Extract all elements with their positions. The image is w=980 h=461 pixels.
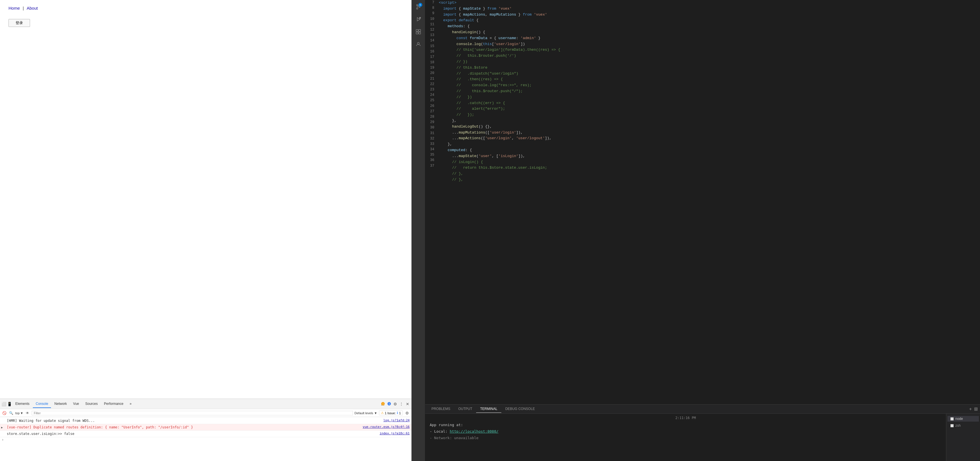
code-line-26: // });: [439, 112, 961, 118]
code-line-16: // this.$router.push('/'): [439, 53, 961, 59]
svg-point-1: [416, 8, 418, 10]
terminal-local-link[interactable]: http://localhost:8080/: [450, 429, 498, 434]
nav-separator: |: [23, 6, 25, 11]
line-num-23: 23: [427, 87, 434, 93]
terminal-network-text: - Network: unavailable: [430, 436, 478, 440]
tab-output[interactable]: OUTPUT: [454, 405, 476, 413]
info-icon: ℹ: [397, 411, 398, 415]
zsh-session-label: zsh: [955, 424, 961, 428]
tab-terminal[interactable]: TERMINAL: [476, 405, 501, 413]
terminal-content: 2:11:16 PM App running at: - Local: http…: [425, 414, 946, 461]
svg-point-3: [419, 17, 421, 19]
code-line-37: // },: [439, 177, 961, 183]
code-line-14: console.log(this['user/login']): [439, 41, 961, 47]
clear-console-icon[interactable]: 🚫: [2, 410, 7, 416]
tab-console[interactable]: Console: [33, 400, 51, 408]
svg-rect-7: [418, 32, 421, 34]
code-content-area[interactable]: 7 8 9 10 11 12 13 14 15 16 17 18 19 20: [425, 0, 980, 404]
terminal-area: PROBLEMS OUTPUT TERMINAL DEBUG CONSOLE +…: [425, 404, 980, 461]
add-terminal-icon[interactable]: +: [969, 406, 972, 412]
code-editor: 7 8 9 10 11 12 13 14 15 16 17 18 19 20: [425, 0, 980, 461]
line-num-24: 24: [427, 93, 434, 98]
code-line-11: methods: {: [439, 24, 961, 29]
code-line-24: // .catch((err) => {: [439, 100, 961, 106]
line-num-31: 31: [427, 131, 434, 136]
eye-icon[interactable]: 👁: [25, 410, 30, 416]
devtools-select-icon[interactable]: ⬜: [1, 402, 6, 407]
console-prompt[interactable]: ›: [0, 437, 411, 442]
code-line-8: import { mapState } from 'vuex': [439, 6, 961, 12]
split-terminal-icon[interactable]: ⊞: [974, 406, 978, 412]
close-devtools-icon[interactable]: ✕: [405, 402, 410, 407]
code-line-31: },: [439, 142, 961, 147]
code-line-19: // .dispatch("user/login"): [439, 71, 961, 77]
hmr-link[interactable]: log.js?1afd:24: [383, 418, 410, 423]
tab-more[interactable]: »: [127, 400, 135, 408]
line-num-36: 36: [427, 158, 434, 163]
more-options-icon[interactable]: ⋮: [399, 402, 404, 407]
about-link[interactable]: About: [27, 6, 38, 11]
line-num-34: 34: [427, 147, 434, 152]
devtools-panel: ⬜ 📱 Elements Console Network Vue Sources…: [0, 399, 411, 461]
line-num-18: 18: [427, 60, 434, 65]
tab-elements[interactable]: Elements: [13, 400, 32, 408]
tab-performance[interactable]: Performance: [101, 400, 126, 408]
terminal-icon2: ⬜: [950, 424, 954, 427]
console-settings-icon[interactable]: ⚙: [404, 410, 410, 416]
accounts-icon[interactable]: [413, 38, 424, 50]
node-session-label: node: [955, 417, 963, 421]
line-num-11: 11: [427, 22, 434, 27]
code-line-12: handleLogin() {: [439, 29, 961, 35]
terminal-tab-actions: + ⊞: [969, 406, 978, 412]
line-num-17: 17: [427, 54, 434, 60]
code-line-33: ...mapState('user', ['isLogin']),: [439, 153, 961, 160]
devtools-responsive-icon[interactable]: 📱: [7, 402, 12, 407]
warn-icon: ⚠: [381, 411, 384, 415]
line-num-8: 8: [427, 5, 434, 11]
line-num-20: 20: [427, 70, 434, 76]
code-line-27: },: [439, 118, 961, 124]
tab-problems[interactable]: PROBLEMS: [427, 405, 454, 413]
log-message: store.state.user.isLogin:>> false: [7, 431, 380, 436]
info-badge-icon[interactable]: 1 ℹ: [387, 402, 391, 407]
svg-rect-6: [416, 32, 418, 34]
tab-vue[interactable]: Vue: [70, 400, 82, 408]
tab-debug-console[interactable]: DEBUG CONSOLE: [501, 405, 539, 413]
gear-icon[interactable]: ⚙: [393, 402, 398, 407]
issue-number: 1: [399, 412, 401, 415]
code-line-21: // console.log("res:>>", res);: [439, 83, 961, 88]
default-levels-selector[interactable]: Default levels ▼: [355, 412, 377, 415]
line-num-30: 30: [427, 125, 434, 131]
extensions-icon[interactable]: [413, 26, 424, 37]
console-filter-icon[interactable]: 🔍: [8, 410, 14, 416]
console-toolbar: 🚫 🔍 top ▼ 👁 Default levels ▼ ⚠ 1 Issue: …: [0, 409, 411, 417]
expand-arrow-icon[interactable]: ▶: [1, 425, 3, 429]
error-link[interactable]: vue-router.esm.js?8c4f:16: [363, 425, 410, 429]
console-filter-input[interactable]: [32, 411, 353, 415]
console-line-log: store.state.user.isLogin:>> false index.…: [0, 431, 411, 437]
devtools-toolbar-actions: 1 ⚠ 1 ℹ ⚙ ⋮ ✕: [380, 402, 410, 407]
code-lines: <script> import { mapState } from 'vuex'…: [436, 0, 963, 404]
code-line-7: <script>: [439, 0, 961, 6]
tab-network[interactable]: Network: [52, 400, 70, 408]
issue-badge[interactable]: ⚠ 1 Issue: ℹ 1: [379, 410, 403, 415]
line-num-13: 13: [427, 33, 434, 38]
login-button[interactable]: 登录: [8, 19, 30, 27]
source-control-icon[interactable]: 6: [413, 1, 424, 13]
run-debug-icon[interactable]: [413, 14, 424, 25]
editor-area: 6: [412, 0, 980, 461]
settings-icon[interactable]: 1 ⚠: [380, 402, 385, 407]
terminal-app-running-text: App running at:: [430, 423, 463, 427]
context-selector[interactable]: top ▼: [15, 412, 23, 415]
line-num-37: 37: [427, 163, 434, 169]
source-control-badge: 6: [418, 3, 422, 7]
log-link[interactable]: index.js?a18c:61: [380, 431, 410, 436]
zsh-session[interactable]: ⬜ zsh: [947, 423, 979, 428]
terminal-local-label: - Local:: [430, 429, 450, 434]
line-num-12: 12: [427, 27, 434, 33]
home-link[interactable]: Home: [8, 6, 20, 11]
tab-sources[interactable]: Sources: [83, 400, 100, 408]
prompt-arrow: ›: [2, 438, 4, 442]
svg-point-8: [417, 43, 419, 45]
node-session[interactable]: ⬜ node: [947, 416, 979, 421]
